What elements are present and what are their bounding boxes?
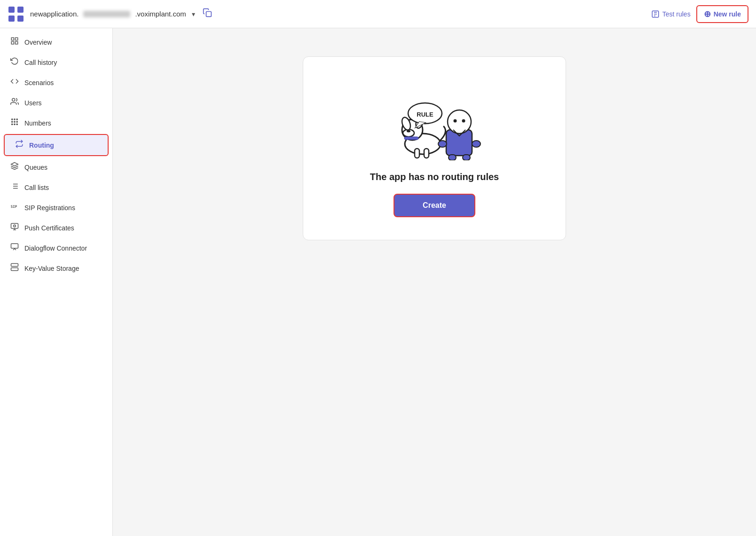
- sidebar-item-call-history-label: Call history: [24, 59, 57, 66]
- layout: Overview Call history Scenarios Users: [0, 28, 756, 536]
- sidebar-item-call-lists[interactable]: Call lists: [0, 177, 112, 197]
- svg-rect-45: [424, 149, 429, 158]
- svg-rect-10: [16, 38, 18, 40]
- call-lists-icon: [9, 182, 20, 193]
- svg-rect-57: [449, 155, 456, 160]
- svg-point-22: [16, 124, 17, 125]
- empty-state-illustration: RULE: [383, 76, 486, 160]
- sidebar-item-routing[interactable]: Routing: [4, 134, 109, 156]
- sidebar-item-queues[interactable]: Queues: [0, 157, 112, 177]
- svg-point-20: [12, 124, 13, 125]
- svg-point-53: [454, 119, 457, 123]
- svg-rect-35: [11, 268, 18, 271]
- svg-rect-44: [415, 149, 419, 158]
- kv-icon: [9, 263, 20, 274]
- svg-rect-1: [17, 7, 24, 13]
- svg-point-55: [438, 141, 447, 147]
- main-content: RULE The ap: [113, 28, 756, 536]
- app-name: newapplication. .voximplant.com: [30, 10, 186, 18]
- svg-text:SIP: SIP: [11, 205, 17, 209]
- chevron-down-icon[interactable]: ▾: [192, 10, 195, 18]
- svg-rect-58: [463, 155, 470, 160]
- sidebar: Overview Call history Scenarios Users: [0, 28, 113, 536]
- app-logo: [8, 6, 24, 23]
- plus-circle-icon: ⊕: [704, 9, 711, 19]
- create-button[interactable]: Create: [394, 194, 475, 217]
- sidebar-item-dialogflow-connector-label: Dialogflow Connector: [24, 244, 87, 252]
- dialogflow-icon: [9, 243, 20, 253]
- svg-point-13: [12, 98, 15, 101]
- svg-rect-2: [8, 16, 15, 22]
- sidebar-item-sip-registrations[interactable]: SIP SIP Registrations: [0, 197, 112, 218]
- sidebar-item-key-value-storage[interactable]: Key-Value Storage: [0, 258, 112, 278]
- sidebar-item-overview-label: Overview: [24, 39, 52, 46]
- svg-point-15: [14, 119, 15, 120]
- empty-state-title: The app has no routing rules: [370, 172, 499, 182]
- svg-point-54: [462, 119, 465, 123]
- svg-rect-34: [11, 264, 18, 267]
- sidebar-item-queues-label: Queues: [24, 164, 47, 171]
- code-icon: [9, 77, 20, 88]
- sidebar-item-sip-registrations-label: SIP Registrations: [24, 204, 75, 212]
- new-rule-label: New rule: [714, 10, 741, 18]
- queues-icon: [9, 162, 20, 173]
- sidebar-item-dialogflow-connector[interactable]: Dialogflow Connector: [0, 238, 112, 258]
- new-rule-button[interactable]: ⊕ New rule: [696, 5, 748, 23]
- svg-rect-4: [206, 12, 211, 17]
- grid-icon: [9, 37, 20, 47]
- sidebar-item-call-lists-label: Call lists: [24, 184, 49, 191]
- svg-marker-23: [11, 163, 18, 166]
- svg-point-21: [14, 124, 15, 125]
- svg-rect-0: [8, 7, 15, 13]
- svg-point-32: [14, 225, 16, 227]
- header: newapplication. .voximplant.com ▾ Test r…: [0, 0, 756, 28]
- app-name-blurred: [83, 11, 130, 17]
- svg-rect-3: [17, 16, 24, 22]
- svg-rect-46: [404, 137, 418, 140]
- sidebar-item-users[interactable]: Users: [0, 93, 112, 113]
- test-rules-label: Test rules: [662, 10, 691, 18]
- sidebar-item-push-certificates-label: Push Certificates: [24, 224, 74, 232]
- svg-point-14: [12, 119, 13, 120]
- sidebar-item-push-certificates[interactable]: Push Certificates: [0, 218, 112, 238]
- app-name-suffix: .voximplant.com: [135, 10, 186, 18]
- sidebar-item-scenarios-label: Scenarios: [24, 79, 54, 87]
- sidebar-item-numbers[interactable]: Numbers: [0, 113, 112, 133]
- history-icon: [9, 57, 20, 68]
- svg-text:RULE: RULE: [417, 111, 433, 118]
- sidebar-item-routing-label: Routing: [29, 142, 54, 149]
- empty-state-card: RULE The ap: [303, 56, 566, 240]
- routing-icon: [14, 140, 24, 150]
- users-icon: [9, 97, 20, 108]
- svg-rect-11: [11, 42, 14, 44]
- svg-point-43: [407, 130, 410, 133]
- app-name-prefix: newapplication.: [30, 10, 79, 18]
- svg-rect-33: [11, 244, 18, 248]
- sidebar-item-call-history[interactable]: Call history: [0, 52, 112, 72]
- svg-point-52: [448, 110, 471, 134]
- svg-point-16: [16, 119, 17, 120]
- sidebar-item-numbers-label: Numbers: [24, 119, 51, 127]
- svg-rect-12: [16, 42, 18, 44]
- sip-icon: SIP: [9, 202, 20, 213]
- svg-point-18: [14, 121, 15, 122]
- svg-point-17: [12, 121, 13, 122]
- svg-rect-31: [11, 223, 18, 229]
- sidebar-item-scenarios[interactable]: Scenarios: [0, 72, 112, 93]
- test-rules-button[interactable]: Test rules: [651, 10, 691, 18]
- sidebar-item-overview[interactable]: Overview: [0, 32, 112, 52]
- svg-rect-9: [11, 38, 14, 40]
- push-icon: [9, 222, 20, 233]
- svg-point-19: [16, 121, 17, 122]
- copy-icon[interactable]: [203, 8, 212, 20]
- numbers-icon: [9, 118, 20, 128]
- sidebar-item-key-value-storage-label: Key-Value Storage: [24, 265, 79, 272]
- svg-point-56: [472, 141, 480, 147]
- sidebar-item-users-label: Users: [24, 99, 42, 107]
